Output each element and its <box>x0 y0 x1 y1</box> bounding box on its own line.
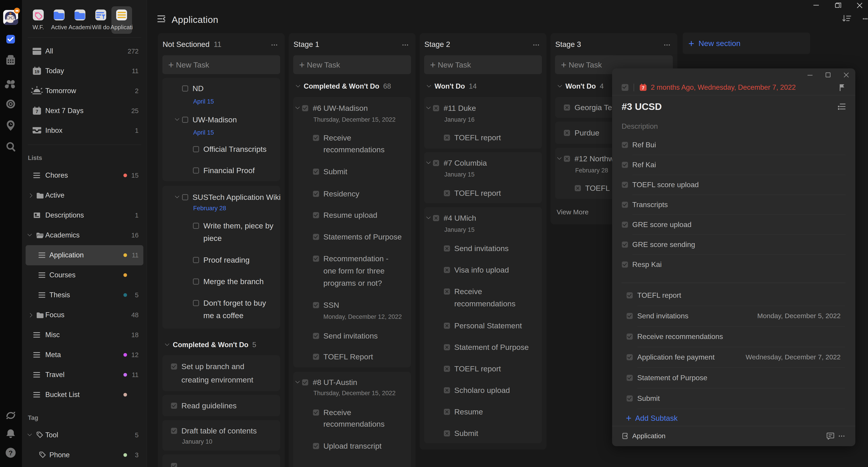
svg-text:19: 19 <box>34 69 39 74</box>
svg-text:7: 7 <box>642 85 644 90</box>
svg-text:7: 7 <box>36 109 38 114</box>
